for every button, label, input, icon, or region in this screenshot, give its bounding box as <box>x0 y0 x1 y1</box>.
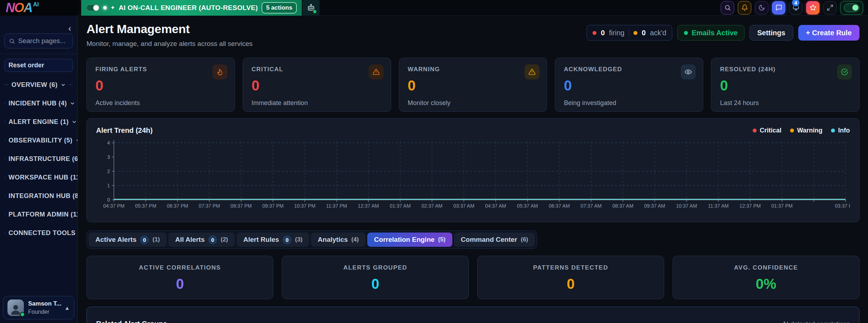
flame-icon <box>212 64 227 79</box>
sidebar-item-label: ALERT ENGINE (1) <box>9 118 69 126</box>
svg-text:12:37 PM: 12:37 PM <box>740 203 761 209</box>
legend-dot <box>753 129 757 132</box>
firing-dot <box>593 31 596 35</box>
sidebar-item-integration-hub[interactable]: INTEGRATION HUB (8) <box>4 187 73 205</box>
stat-card-firing-alerts: FIRING ALERTS0Active incidents <box>86 58 235 112</box>
page-header-text: Alert Management Monitor, manage, and an… <box>86 22 253 48</box>
emails-dot <box>684 31 688 35</box>
sidebar-item-incident-hub[interactable]: INCIDENT HUB (4) <box>4 94 73 113</box>
tab-label: Alert Rules <box>243 236 279 244</box>
power-toggle[interactable] <box>840 1 863 15</box>
tab-number: (5) <box>438 236 446 243</box>
tab-active-alerts[interactable]: Active Alerts0(1) <box>89 233 167 247</box>
reset-order-button[interactable]: Reset order <box>4 59 73 72</box>
sparkle-icon: ✦ <box>110 4 115 11</box>
stat-card-title: CRITICAL <box>252 66 382 73</box>
tab-number: (6) <box>521 236 528 243</box>
moon-icon <box>758 4 765 11</box>
sidebar-item-label: OBSERVABILITY (5) <box>9 137 73 144</box>
legend-dot <box>831 129 835 132</box>
create-rule-button[interactable]: + Create Rule <box>798 25 859 41</box>
stat-card-title: FIRING ALERTS <box>95 66 226 73</box>
oncall-banner-label: AI ON-CALL ENGINEER (AUTO-RESOLVE) <box>119 4 258 12</box>
corr-stat-alerts-grouped: ALERTS GROUPED0 <box>282 256 469 299</box>
power-toggle-track <box>844 4 859 12</box>
tab-label: All Alerts <box>175 236 205 244</box>
stat-card-value: 0 <box>252 78 382 93</box>
legend-item-warning: Warning <box>790 127 822 134</box>
eye-icon <box>681 64 696 79</box>
avatar <box>7 299 24 316</box>
sidebar-item-label: INTEGRATION HUB (8) <box>9 192 81 200</box>
tab-analytics[interactable]: Analytics(4) <box>311 233 365 247</box>
user-role: Founder <box>28 309 60 315</box>
tab-number: (1) <box>152 236 160 243</box>
tab-all-alerts[interactable]: All Alerts0(2) <box>168 233 235 247</box>
svg-text:08:37 PM: 08:37 PM <box>231 203 252 209</box>
status-dot <box>103 6 107 10</box>
settings-button[interactable]: Settings <box>749 25 793 41</box>
stat-card-title: ACKNOWLEDGED <box>564 66 694 73</box>
stat-card-critical: CRITICAL0Immediate attention <box>243 58 391 112</box>
header-actions: 0 firing 0 ack'd Emails Active Settings … <box>586 25 859 41</box>
main-content: Alert Management Monitor, manage, and an… <box>78 16 868 323</box>
svg-text:07:37 AM: 07:37 AM <box>580 203 601 209</box>
related-groups-title: Related Alert Groups <box>96 320 167 323</box>
stat-card-warning: WARNING0Monitor closely <box>399 58 547 112</box>
sidebar-item-platform-admin[interactable]: PLATFORM ADMIN (11) <box>4 205 73 224</box>
stat-cards-row: FIRING ALERTS0Active incidentsCRITICAL0I… <box>86 58 859 112</box>
topbar-icons: 4 <box>721 1 868 15</box>
sidebar-item-label: WORKSPACE HUB (11) <box>9 174 82 181</box>
svg-text:06:37 AM: 06:37 AM <box>549 203 570 209</box>
firing-label: firing <box>609 29 624 37</box>
tab-label: Command Center <box>461 236 517 244</box>
stat-card-title: WARNING <box>408 66 538 73</box>
svg-text:11:37 PM: 11:37 PM <box>326 203 347 209</box>
correlation-stats-row: ACTIVE CORRELATIONS0ALERTS GROUPED0PATTE… <box>86 256 859 299</box>
sidebar-item-label: OVERVIEW (6) <box>11 81 58 89</box>
emails-active-badge[interactable]: Emails Active <box>677 25 744 41</box>
chat-button[interactable] <box>772 1 785 15</box>
tab-number: (4) <box>351 236 359 243</box>
ack-count: 0 <box>642 29 646 37</box>
theme-button[interactable] <box>755 1 768 15</box>
tab-label: Correlation Engine <box>374 236 435 244</box>
corr-stat-title: AVG. CONFIDENCE <box>734 264 798 271</box>
fullscreen-button[interactable] <box>823 1 837 15</box>
sidebar-item-connected-tools[interactable]: CONNECTED TOOLS (7) <box>4 224 73 242</box>
legend-label: Warning <box>797 127 822 134</box>
sidebar-collapse-button[interactable]: ‹ <box>68 24 71 33</box>
sidebar-search[interactable] <box>4 33 73 48</box>
oncall-toggle[interactable] <box>86 4 100 11</box>
tab-correlation-engine[interactable]: Correlation Engine(5) <box>367 233 452 247</box>
ai-assistant-button[interactable] <box>303 0 320 16</box>
search-button[interactable] <box>721 1 734 15</box>
corr-stat-title: ACTIVE CORRELATIONS <box>139 264 221 271</box>
tab-command-center[interactable]: Command Center(6) <box>454 233 535 247</box>
ack-label: ack'd <box>650 29 666 37</box>
chevron-down-icon <box>72 119 77 125</box>
alert-trend-card: Alert Trend (24h) CriticalWarningInfo 01… <box>86 118 859 222</box>
sidebar-item-observability[interactable]: OBSERVABILITY (5) <box>4 131 73 150</box>
tab-label: Active Alerts <box>95 236 136 244</box>
sidebar-item-label: CONNECTED TOOLS (7) <box>9 229 86 237</box>
page-subtitle: Monitor, manage, and analyze alerts acro… <box>86 40 253 48</box>
emails-label: Emails Active <box>691 29 737 37</box>
alert-triangle-icon <box>369 64 384 79</box>
svg-text:09:37 AM: 09:37 AM <box>644 203 665 209</box>
user-profile[interactable]: Samson T... Founder ▲ <box>3 296 74 319</box>
tab-alert-rules[interactable]: Alert Rules0(3) <box>237 233 309 247</box>
sidebar-item-alert-engine[interactable]: ALERT ENGINE (1) <box>4 113 73 131</box>
sidebar-item-label: INFRASTRUCTURE (6) <box>9 155 80 163</box>
svg-text:10:37 PM: 10:37 PM <box>294 203 315 209</box>
stat-card-value: 0 <box>564 78 694 93</box>
notifications-button[interactable] <box>738 1 751 15</box>
sidebar-item-infrastructure[interactable]: INFRASTRUCTURE (6) <box>4 150 73 168</box>
favorites-button[interactable] <box>806 1 820 15</box>
svg-text:11:37 AM: 11:37 AM <box>708 203 728 209</box>
actions-count-badge[interactable]: 5 actions <box>262 2 297 14</box>
devices-button[interactable]: 4 <box>789 1 803 15</box>
search-input[interactable] <box>18 37 68 45</box>
sidebar-item-overview[interactable]: OVERVIEW (6) <box>4 75 73 94</box>
sidebar-item-workspace-hub[interactable]: WORKSPACE HUB (11) <box>4 168 73 187</box>
